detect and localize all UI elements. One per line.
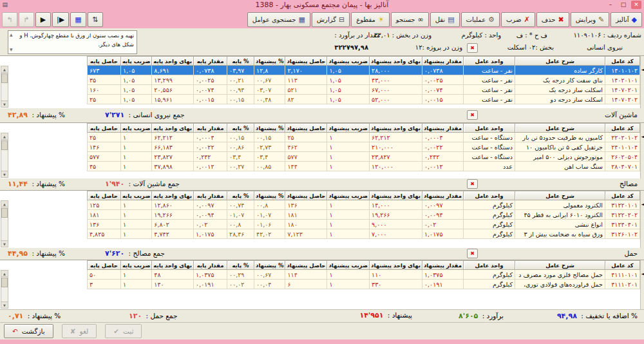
delete-section-button[interactable]: ✖ bbox=[467, 249, 478, 258]
cell[interactable]: ۳۷,۸۹۸ bbox=[152, 162, 194, 171]
cell[interactable]: ۳۱۲۴۰۴۰۱ bbox=[605, 220, 640, 229]
cell[interactable]: ۱ bbox=[327, 152, 370, 162]
column-header[interactable]: مقدار پیشنهاد bbox=[422, 261, 463, 270]
cell[interactable]: ۶۶,۱۸۳ bbox=[152, 142, 194, 152]
scrollbar-down-icon[interactable]: ▼ bbox=[1, 240, 8, 247]
cell[interactable]: ۲۵ bbox=[87, 133, 120, 142]
sort-button[interactable]: ⇅ bbox=[88, 12, 103, 27]
cell[interactable]: کیلوگرم bbox=[464, 229, 515, 239]
column-header[interactable]: ضریب پایه bbox=[120, 191, 151, 200]
cell[interactable]: ۰,۰۰۱۵ bbox=[422, 95, 463, 104]
search-button[interactable]: ∞جستجو bbox=[391, 12, 429, 27]
cell[interactable]: ۱۲,۸۶۰ bbox=[152, 200, 194, 210]
scrollbar-down-icon[interactable]: ▼ bbox=[1, 301, 8, 308]
cell[interactable]: ۰,۰۷۳۸ bbox=[422, 66, 463, 75]
cell[interactable]: دستگاه - ساعت bbox=[464, 133, 515, 142]
cell[interactable]: ۱۴۰۲۰۱۰۱ bbox=[605, 75, 640, 85]
cell[interactable]: ۰۱,۰۶ bbox=[254, 220, 285, 229]
column-header[interactable]: شرح عامل bbox=[515, 261, 605, 270]
cell[interactable]: ۰,۰۰۹۴ bbox=[422, 210, 463, 220]
column-header[interactable]: ضریب پیشنهاد bbox=[327, 57, 370, 66]
cell[interactable]: ۲۲۰۲۰۱۰۲ bbox=[605, 133, 640, 142]
column-header[interactable]: مقدار پیشنهاد bbox=[422, 191, 463, 200]
cell[interactable]: ۰,۰۱۹۱ bbox=[422, 280, 463, 289]
cell[interactable]: سنگ ساب اهن bbox=[515, 162, 605, 171]
scrollbar-thumb[interactable] bbox=[1, 278, 8, 287]
delete-button[interactable]: ✖حذف bbox=[536, 12, 569, 27]
cell[interactable]: ۰,۲۴۲ bbox=[194, 152, 227, 162]
cell[interactable]: ۲,۱۷۰ bbox=[285, 66, 327, 75]
cell[interactable]: ۱۳۶ bbox=[87, 220, 120, 229]
cell[interactable]: ۰۰,۸۵ bbox=[254, 162, 285, 171]
cell[interactable]: ۰۰,۶۷ bbox=[254, 75, 285, 85]
scrollbar-up-icon[interactable]: ▲ bbox=[1, 66, 8, 73]
cell[interactable]: ۱۸۰ bbox=[285, 220, 327, 229]
cell[interactable]: الکترود معمولی bbox=[515, 200, 605, 210]
column-header[interactable]: % پایه bbox=[227, 191, 254, 200]
cell[interactable]: ۲۴۰۱۰۱۰۴ bbox=[605, 142, 640, 152]
cell[interactable]: ۰۰,۱۵ bbox=[254, 133, 285, 142]
cell[interactable]: ۱۲,۸ bbox=[254, 66, 285, 75]
cell[interactable]: ۱ bbox=[327, 162, 370, 171]
column-header[interactable]: مقدار پیشنهاد bbox=[422, 57, 463, 66]
cell[interactable]: دستگاه - ساعت bbox=[464, 152, 515, 162]
cell[interactable]: ۲۵ bbox=[87, 95, 120, 104]
cell[interactable]: ۱۴۰ bbox=[152, 280, 194, 289]
column-header[interactable]: بهای واحد پایه bbox=[152, 191, 194, 200]
cell[interactable]: ۰,۰۰۲۵ bbox=[194, 75, 227, 85]
cell[interactable]: ۱ bbox=[120, 229, 151, 239]
maximize-button[interactable]: □ bbox=[618, 1, 629, 9]
cell[interactable]: ۲۰,۵۵۶ bbox=[152, 85, 194, 95]
cell[interactable]: ۱۲۰,۰۰۰ bbox=[370, 162, 422, 171]
column-header[interactable]: بهای واحد پیشنهاد bbox=[370, 124, 422, 133]
factors-table[interactable]: کد عاملشرح عاملواحد عاملمقدار پیشنهادبها… bbox=[87, 191, 640, 239]
cell[interactable]: ۳ bbox=[87, 280, 120, 289]
cell[interactable]: دستگاه - ساعت bbox=[464, 142, 515, 152]
cell[interactable]: ۱ bbox=[327, 142, 370, 152]
column-header[interactable]: حاصل پیشنهاد bbox=[285, 261, 327, 270]
column-header[interactable]: ضریب پایه bbox=[120, 261, 151, 270]
column-header[interactable]: مقدار پایه bbox=[194, 191, 227, 200]
table-row[interactable]: ۲۴۰۱۰۱۰۴جرثقیل کفی ۵ تن باکامیون ۱۰دستگا… bbox=[87, 142, 639, 152]
cell[interactable]: ۱۲۵ bbox=[87, 200, 120, 210]
submit-button[interactable]: ✔ثبت bbox=[105, 324, 142, 338]
cell[interactable]: ۳۵ bbox=[87, 75, 120, 85]
cell[interactable]: ۳۱۲۲۰۲۰۲ bbox=[605, 210, 640, 220]
column-header[interactable]: ضریب پایه bbox=[120, 57, 151, 66]
redo-button[interactable]: ↱ bbox=[19, 12, 34, 27]
scrollbar-thumb[interactable] bbox=[1, 208, 8, 218]
column-header[interactable]: مقدار پیشنهاد bbox=[422, 124, 463, 133]
cell[interactable]: ۰۰,۰۴ bbox=[254, 280, 285, 289]
table-row[interactable]: ۳۱۲۲۰۲۰۲الکترود ۶۰۱۰ ایرانی به قطر ۴۵کیل… bbox=[87, 210, 639, 220]
cell[interactable]: ۰۰,۲۱ bbox=[227, 75, 254, 85]
column-header[interactable]: واحد عامل bbox=[464, 191, 515, 200]
cell[interactable]: ۱ bbox=[120, 270, 151, 280]
cell[interactable]: ۱۶۰ bbox=[87, 85, 120, 95]
cell[interactable]: ۰,۰۰۹۷ bbox=[194, 200, 227, 210]
cell[interactable]: اسکلت ساز درجه دو bbox=[515, 95, 605, 104]
column-header[interactable]: بهای واحد پایه bbox=[152, 124, 194, 133]
cell[interactable]: ۱ bbox=[120, 142, 151, 152]
cell[interactable]: عدد bbox=[464, 162, 515, 171]
cell[interactable]: ۱,۰۵ bbox=[120, 95, 151, 104]
operations-button[interactable]: ⚙عملیات bbox=[461, 12, 500, 27]
cell[interactable]: ۲۸,۰۰۰ bbox=[370, 66, 422, 75]
cell[interactable]: ۴,۸۲۵ bbox=[87, 229, 120, 239]
scrollbar-thumb[interactable] bbox=[1, 140, 8, 150]
cell[interactable]: ۱۵,۹۶۱ bbox=[152, 95, 194, 104]
scrollbar-up-icon[interactable]: ▲ bbox=[1, 271, 8, 277]
cell[interactable]: ۶۲,۲۱۲ bbox=[152, 133, 194, 142]
cell[interactable]: نفر - ساعت bbox=[464, 95, 515, 104]
column-header[interactable]: کد عامل bbox=[605, 57, 640, 66]
cell[interactable]: ۲۸۰۴۰۷۰۱ bbox=[605, 162, 640, 171]
cell[interactable]: ۰۰,۷۴ bbox=[227, 200, 254, 210]
column-header[interactable]: واحد عامل bbox=[464, 124, 515, 133]
cell[interactable]: ۱ bbox=[120, 133, 151, 142]
cell[interactable]: کیلوگرم bbox=[464, 220, 515, 229]
cell[interactable]: ۱ bbox=[327, 133, 370, 142]
cell[interactable]: ۱ bbox=[120, 152, 151, 162]
column-header[interactable]: % پایه bbox=[227, 124, 254, 133]
cell[interactable]: ۰,۲۴۲ bbox=[422, 152, 463, 162]
cell[interactable]: ۰۰,۸ bbox=[227, 220, 254, 229]
cell[interactable]: الکترود ۶۰۱۰ ایرانی به قطر ۴۵ bbox=[515, 210, 605, 220]
